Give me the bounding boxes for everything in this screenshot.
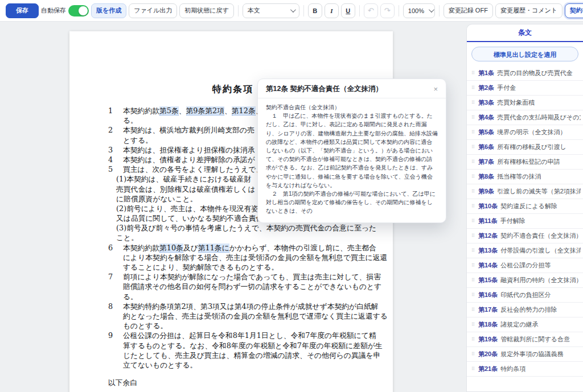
drag-handle-icon[interactable]: ⠿ <box>471 159 478 164</box>
drag-handle-icon[interactable]: ⠿ <box>471 292 478 298</box>
article-list-item[interactable]: ⠿第6条所有権の移転及び引渡し <box>467 140 583 155</box>
document-text: 公租公課の分担は、起算日を令和8年1月1日とし、令和7年度の年税額にて精 <box>123 331 376 340</box>
underline-button[interactable]: U <box>341 3 355 18</box>
paragraph-style-select[interactable]: 本文 <box>243 3 299 18</box>
drag-handle-icon[interactable]: ⠿ <box>471 174 478 179</box>
article-list-item[interactable]: ⠿第18条諸規定の継承 <box>467 317 583 332</box>
article-list-item[interactable]: ⠿第16条印紙代の負担区分 <box>467 288 583 303</box>
drag-handle-icon[interactable]: ⠿ <box>471 115 478 120</box>
article-title: 契約違反による解除 <box>500 202 557 211</box>
article-title: 売買対象面積 <box>497 98 535 107</box>
drag-handle-icon[interactable]: ⠿ <box>471 307 478 312</box>
drag-handle-icon[interactable]: ⠿ <box>471 189 478 194</box>
document-text: に賠償原資がないこと。 <box>116 195 198 203</box>
chevron-down-icon <box>290 7 296 13</box>
article-title: 特約条項 <box>500 365 525 373</box>
close-icon[interactable]: × <box>432 84 439 94</box>
drag-handle-icon[interactable]: ⠿ <box>471 71 478 76</box>
drag-handle-icon[interactable]: ⠿ <box>471 145 478 150</box>
paragraph-number: 7 <box>108 272 123 282</box>
article-list-item[interactable]: ⠿第12条契約不適合責任（全文抹消） <box>467 229 583 244</box>
article-number: 第8条 <box>478 172 494 181</box>
drag-handle-icon[interactable]: ⠿ <box>471 100 478 105</box>
article-number: 第2条 <box>478 84 494 92</box>
article-list-item[interactable]: ⠿第13条付帯設備の引渡し（全文抹消） <box>467 244 583 258</box>
article-list-item[interactable]: ⠿第2条手付金 <box>467 81 583 96</box>
article-number: 第4条 <box>478 113 494 122</box>
drag-handle-icon[interactable]: ⠿ <box>471 85 478 90</box>
article-reference-link[interactable]: 第9条第2項 <box>186 106 224 115</box>
article-number: 第15条 <box>478 276 498 284</box>
apply-standard-headings-button[interactable]: 標準見出し設定を適用 <box>471 47 578 61</box>
drag-handle-icon[interactable]: ⠿ <box>471 204 478 209</box>
article-list-item[interactable]: ⠿第5条境界の明示（全文抹消） <box>467 125 583 140</box>
document-line: 8本契約特約条項第2項、第3項又は第4項の停止条件が成就せず本契約が白紙解 <box>108 302 380 311</box>
zoom-select[interactable]: 100% <box>403 3 435 18</box>
drag-handle-icon[interactable]: ⠿ <box>471 263 478 268</box>
save-button[interactable]: 保存 <box>6 3 39 18</box>
bold-button[interactable]: B <box>308 3 322 18</box>
article-list-item[interactable]: ⠿第7条所有権移転登記の申請 <box>467 155 583 170</box>
autosave-toggle[interactable] <box>68 5 89 16</box>
article-list-item[interactable]: ⠿第14条公租公課の分担等 <box>467 258 583 273</box>
drag-handle-icon[interactable]: ⠿ <box>471 352 478 357</box>
contract-mode-button[interactable]: 契約書モード <box>565 3 583 18</box>
article-number: 第5条 <box>478 128 494 137</box>
file-export-button[interactable]: ファイル出力 <box>129 3 177 18</box>
document-text: かかわらず、本物件の引渡し前に、売主都合 <box>229 244 376 252</box>
drag-handle-icon[interactable]: ⠿ <box>471 366 478 372</box>
article-reference-link[interactable]: 第5条 <box>159 106 179 115</box>
article-number: 第1条 <box>478 69 494 77</box>
redo-icon[interactable]: ↷ <box>380 3 395 18</box>
article-reference-link[interactable]: 第10条 <box>159 244 183 253</box>
toolbar-separator <box>359 5 360 16</box>
undo-icon[interactable]: ↶ <box>364 3 378 18</box>
article-reference-link[interactable]: 第12条 <box>232 106 256 115</box>
drag-handle-icon[interactable]: ⠿ <box>471 337 478 342</box>
article-number: 第20条 <box>478 350 498 358</box>
document-text: 買主は、次の各号をよく理解したうえで、 <box>123 165 263 174</box>
article-list-item[interactable]: ⠿第20条規定外事項の協議義務 <box>467 347 583 362</box>
italic-button[interactable]: I <box>325 3 339 18</box>
paragraph-number: 6 <box>108 243 123 253</box>
article-reference-link[interactable]: 第11条に <box>198 244 229 253</box>
history-comments-button[interactable]: 変更履歴・コメント <box>495 3 563 18</box>
article-list-item[interactable]: ⠿第8条抵当権等の抹消 <box>467 170 583 184</box>
article-list-item[interactable]: ⠿第11条手付解除 <box>467 214 583 229</box>
article-list-item[interactable]: ⠿第10条契約違反による解除 <box>467 199 583 214</box>
drag-handle-icon[interactable]: ⠿ <box>471 278 478 283</box>
drag-handle-icon[interactable]: ⠿ <box>471 218 478 224</box>
popup-paragraph: ２ 第1項の契約不適合の修補が可能な場合において、乙は甲に対し相当の期間を定めて… <box>266 189 438 216</box>
paragraph-number: 4 <box>108 155 123 164</box>
article-list-item[interactable]: ⠿第1条売買の目的物及び売買代金 <box>467 66 583 81</box>
drag-handle-icon[interactable]: ⠿ <box>471 130 478 135</box>
article-list-item[interactable]: ⠿第15条融資利用の特約（全文抹消） <box>467 273 583 288</box>
article-title: 売買代金の支払時期及びその方法 <box>497 113 581 122</box>
popup-body: 契約不適合責任（全文抹消） １ 甲は乙に、本物件を現状有姿のまま引渡すものとする… <box>258 98 446 222</box>
autosave-label: 自動保存 <box>41 6 66 15</box>
article-title: 売買の目的物及び売買代金 <box>497 69 573 77</box>
document-line: ものとする。 <box>108 321 380 331</box>
drag-handle-icon[interactable]: ⠿ <box>471 248 478 253</box>
article-list-item[interactable]: ⠿第4条売買代金の支払時期及びその方法 <box>467 110 583 125</box>
article-list-item[interactable]: ⠿第21条特約条項 <box>467 362 583 377</box>
article-list-item[interactable]: ⠿第17条反社会的勢力の排除 <box>467 303 583 317</box>
article-number: 第11条 <box>478 217 498 225</box>
article-list-item[interactable]: ⠿第9条引渡し前の滅失等（第2項抹消） <box>467 184 583 199</box>
track-changes-button[interactable]: 変更記録 OFF <box>444 3 493 18</box>
article-title: 手付解除 <box>500 217 525 225</box>
document-text: 本契約は、債権者より差押解除の承諾が <box>123 155 255 164</box>
create-version-button[interactable]: 版を作成 <box>91 3 126 18</box>
article-list-item[interactable]: ⠿第19条管轄裁判所に関する合意 <box>467 332 583 347</box>
article-title: 反社会的勢力の排除 <box>500 306 557 314</box>
article-list-item[interactable]: ⠿第3条売買対象面積 <box>467 96 583 110</box>
document-line <box>108 370 380 378</box>
drag-handle-icon[interactable]: ⠿ <box>471 233 478 238</box>
document-text: 及び <box>183 244 198 252</box>
document-text: 本契約約款 <box>123 244 159 252</box>
reset-initial-button[interactable]: 初期状態に戻す <box>179 3 234 18</box>
article-title: 付帯設備の引渡し（全文抹消） <box>500 246 581 255</box>
drag-handle-icon[interactable]: ⠿ <box>471 322 478 327</box>
article-list: ⠿第1条売買の目的物及び売買代金⠿第2条手付金⠿第3条売買対象面積⠿第4条売買代… <box>467 66 583 377</box>
article-popup: 第12条 契約不適合責任（全文抹消） × 契約不適合責任（全文抹消） １ 甲は乙… <box>257 79 446 223</box>
